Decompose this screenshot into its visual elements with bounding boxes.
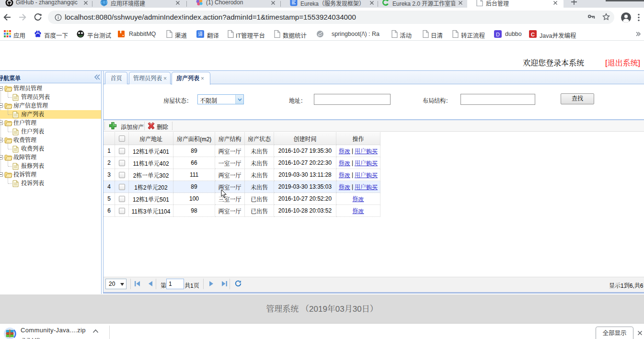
svg-text:D: D: [496, 32, 500, 37]
svg-text:C: C: [531, 32, 535, 37]
svg-text:译: 译: [198, 30, 203, 37]
